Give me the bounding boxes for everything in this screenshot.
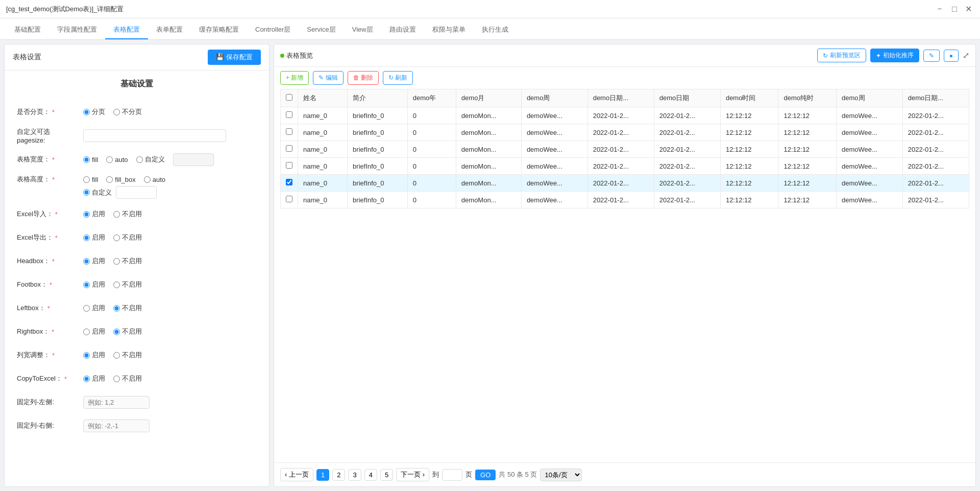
page-1-button[interactable]: 1: [316, 469, 329, 481]
row-checkbox[interactable]: [286, 128, 292, 135]
tab-cache-strategy[interactable]: 缓存策略配置: [191, 21, 247, 39]
row-checkbox[interactable]: [286, 111, 292, 118]
edit-icon-button[interactable]: ✎: [923, 50, 940, 62]
refresh-button[interactable]: ↻ 刷新: [383, 71, 413, 85]
rightbox-enable[interactable]: 启用: [83, 327, 105, 336]
width-fill-option[interactable]: fill: [83, 156, 98, 163]
cell-demo-date: 2022-01-2...: [654, 175, 720, 192]
cell-demo-month: demoMon...: [456, 141, 521, 158]
cell-demo-year: 0: [407, 124, 456, 141]
cell-demo-year: 0: [407, 192, 456, 208]
height-fillbox-option[interactable]: fill_box: [106, 176, 135, 183]
excel-import-disable[interactable]: 不启用: [113, 209, 142, 219]
height-custom-input[interactable]: 300: [116, 186, 157, 199]
close-button[interactable]: ✕: [963, 4, 974, 14]
copy-to-excel-row: CopyToExcel： * 启用 不启用: [17, 370, 257, 387]
prev-page-button[interactable]: ‹ 上一页: [280, 468, 313, 481]
height-custom-option[interactable]: 自定义: [83, 188, 112, 197]
table-row[interactable]: name_0 briefInfo_0 0 demoMon... demoWee.…: [281, 192, 969, 208]
row-checkbox[interactable]: [286, 196, 292, 202]
add-button[interactable]: + 新增: [280, 71, 309, 85]
cell-brief-info: briefInfo_0: [348, 192, 408, 208]
refresh-filter-button[interactable]: ↻ 刷新预览区: [817, 49, 866, 62]
tab-form-config[interactable]: 表单配置: [148, 21, 191, 39]
col-demo-date2: demo日期...: [902, 89, 969, 107]
row-checkbox-cell: [281, 141, 298, 158]
table-row[interactable]: name_0 briefInfo_0 0 demoMon... demoWee.…: [281, 175, 969, 192]
pagination-page-option[interactable]: 分页: [83, 107, 105, 116]
excel-export-enable[interactable]: 启用: [83, 233, 105, 242]
cell-demo-date2: 2022-01-2...: [902, 141, 969, 158]
page-2-button[interactable]: 2: [332, 469, 345, 481]
copy-to-excel-enable[interactable]: 启用: [83, 374, 105, 383]
tab-view[interactable]: View层: [344, 21, 381, 39]
width-auto-option[interactable]: auto: [106, 156, 128, 163]
edit-button[interactable]: ✎ 编辑: [313, 71, 343, 85]
leftbox-disable[interactable]: 不启用: [113, 303, 142, 313]
tab-execute[interactable]: 执行生成: [474, 21, 517, 39]
width-custom-option[interactable]: 自定义: [136, 155, 165, 164]
cell-demo-month: demoMon...: [456, 107, 521, 124]
delete-button[interactable]: 🗑 删除: [348, 71, 379, 85]
cell-demo-date2: 2022-01-2...: [902, 175, 969, 192]
rightbox-disable[interactable]: 不启用: [113, 327, 142, 336]
page-label: 页: [465, 470, 472, 479]
pagesize-row: 自定义可选pagesize: 10,20,04,80: [17, 127, 257, 144]
row-checkbox[interactable]: [286, 179, 292, 185]
height-fill-option[interactable]: fill: [83, 176, 98, 183]
cell-demo-pure-time: 12:12:12: [778, 141, 837, 158]
headbox-disable[interactable]: 不启用: [113, 256, 142, 266]
page-3-button[interactable]: 3: [348, 469, 361, 481]
column-resize-disable[interactable]: 不启用: [113, 350, 142, 360]
height-auto-option[interactable]: auto: [144, 176, 165, 183]
width-custom-input[interactable]: 600: [173, 153, 214, 166]
tab-service[interactable]: Service层: [299, 21, 344, 39]
footbox-disable[interactable]: 不启用: [113, 280, 142, 289]
tab-route[interactable]: 路由设置: [381, 21, 424, 39]
table-row[interactable]: name_0 briefInfo_0 0 demoMon... demoWee.…: [281, 124, 969, 141]
tab-permission[interactable]: 权限与菜单: [424, 21, 474, 39]
table-row[interactable]: name_0 briefInfo_0 0 demoMon... demoWee.…: [281, 107, 969, 124]
row-checkbox[interactable]: [286, 162, 292, 169]
maximize-button[interactable]: □: [950, 4, 959, 14]
pagesize-input[interactable]: 10,20,04,80: [83, 129, 226, 142]
expand-button[interactable]: ⤢: [963, 51, 969, 60]
select-all-checkbox[interactable]: [286, 94, 292, 101]
dot-icon-button[interactable]: ●: [944, 50, 959, 62]
page-size-select[interactable]: 10条/页 20条/页 50条/页 100条/页: [540, 469, 582, 481]
table-width-label: 表格宽度： *: [17, 155, 83, 164]
leftbox-enable[interactable]: 启用: [83, 303, 105, 313]
pagination-nopage-option[interactable]: 不分页: [113, 107, 142, 116]
right-panel-actions: ↻ 刷新预览区 ✦ 初始化推序 ✎ ● ⤢: [817, 49, 969, 62]
tab-basic[interactable]: 基础配置: [6, 21, 49, 39]
fixed-right-input[interactable]: [83, 419, 150, 432]
page-4-button[interactable]: 4: [364, 469, 377, 481]
cell-name: name_0: [298, 141, 348, 158]
page-5-button[interactable]: 5: [380, 469, 393, 481]
minimize-button[interactable]: －: [934, 4, 946, 14]
footbox-enable[interactable]: 启用: [83, 280, 105, 289]
cell-demo-week2: demoWee...: [837, 107, 903, 124]
tab-controller[interactable]: Controller层: [247, 21, 299, 39]
tab-table-config[interactable]: 表格配置: [105, 21, 148, 39]
go-button[interactable]: GO: [475, 470, 496, 480]
init-sort-button[interactable]: ✦ 初始化推序: [870, 49, 919, 62]
cell-demo-date-long: 2022-01-2...: [587, 158, 654, 175]
row-checkbox[interactable]: [286, 145, 292, 152]
save-config-button[interactable]: 💾 保存配置: [208, 50, 261, 65]
fixed-left-input[interactable]: [83, 396, 150, 409]
cell-demo-date: 2022-01-2...: [654, 107, 720, 124]
column-resize-enable[interactable]: 启用: [83, 350, 105, 360]
column-resize-label: 列宽调整： *: [17, 350, 83, 360]
main-content: 表格设置 💾 保存配置 基础设置 是否分页： * 分页 不分页: [0, 40, 980, 491]
go-page-input[interactable]: 1: [442, 469, 462, 481]
excel-export-disable[interactable]: 不启用: [113, 233, 142, 242]
table-row[interactable]: name_0 briefInfo_0 0 demoMon... demoWee.…: [281, 141, 969, 158]
tab-field-attr[interactable]: 字段属性配置: [49, 21, 105, 39]
table-row[interactable]: name_0 briefInfo_0 0 demoMon... demoWee.…: [281, 158, 969, 175]
rightbox-row: Rightbox： * 启用 不启用: [17, 323, 257, 340]
excel-import-enable[interactable]: 启用: [83, 209, 105, 219]
next-page-button[interactable]: 下一页 ›: [396, 468, 429, 481]
headbox-enable[interactable]: 启用: [83, 256, 105, 266]
copy-to-excel-disable[interactable]: 不启用: [113, 374, 142, 383]
